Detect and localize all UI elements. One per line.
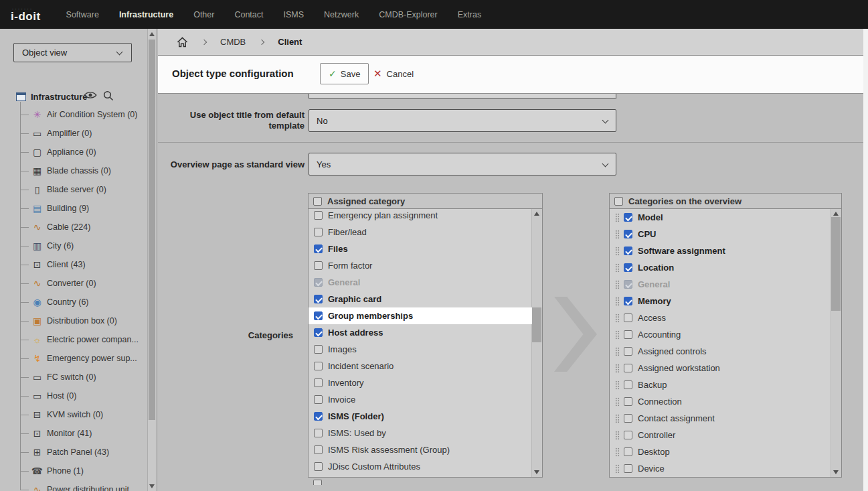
checkbox[interactable] [314,412,323,421]
category-row[interactable]: Device [610,460,831,477]
category-row[interactable]: Emergency plan assignment [309,209,533,224]
select-all-checkbox[interactable] [614,197,623,206]
drag-handle-icon[interactable] [615,431,620,440]
scroll-down-icon[interactable] [149,484,155,488]
sidebar-tree-item[interactable]: ▯ Blade server (0) [0,180,147,199]
nav-item[interactable]: Software [66,10,99,19]
sidebar-tree-item[interactable]: ⊡ Client (43) [0,255,147,274]
home-icon[interactable] [177,37,188,48]
drag-handle-icon[interactable] [615,213,620,222]
assigned-scrollbar-thumb[interactable] [532,307,541,342]
scroll-up-icon[interactable] [149,32,155,36]
checkbox[interactable] [624,347,632,356]
drag-handle-icon[interactable] [615,347,620,356]
sidebar-tree-item[interactable]: ▭ FC switch (0) [0,368,147,387]
drag-handle-icon[interactable] [615,247,620,256]
category-row[interactable]: Assigned workstation [610,360,831,376]
drag-handle-icon[interactable] [615,464,620,474]
category-row[interactable]: Form factor [309,257,533,274]
sidebar-tree-item[interactable]: ▦ Blade chassis (0) [0,161,147,180]
checkbox[interactable] [624,213,632,222]
sidebar-tree-item[interactable]: ∿ Converter (0) [0,274,147,293]
page-scrollbar-track[interactable] [863,29,868,491]
drag-handle-icon[interactable] [615,447,620,457]
category-row[interactable]: Controller [610,427,831,443]
checkbox[interactable] [314,211,323,220]
drag-handle-icon[interactable] [615,414,620,423]
checkbox[interactable] [624,447,632,456]
nav-item[interactable]: Other [193,10,214,19]
category-row[interactable]: Accounting [610,326,831,343]
nav-item[interactable]: ISMS [284,10,305,19]
object-view-select[interactable]: Object view [13,43,132,62]
sidebar-tree-item[interactable]: ⊞ Patch Panel (43) [0,443,147,462]
category-row[interactable]: Graphic card [309,291,533,307]
checkbox[interactable] [624,247,632,255]
checkbox[interactable] [624,464,632,473]
category-row[interactable]: Software assignment [610,242,831,259]
category-row[interactable]: Files [309,240,533,257]
scroll-up-icon[interactable] [534,212,539,216]
drag-handle-icon[interactable] [615,297,620,306]
sidebar-tree-item[interactable]: ▢ Appliance (0) [0,143,147,161]
category-row[interactable]: Group memberships [309,307,533,324]
search-icon[interactable] [103,90,114,101]
category-row[interactable]: JDisc Custom Attributes [309,458,533,475]
category-row[interactable]: Assigned controls [610,343,831,360]
overview-standard-view-select[interactable]: Yes [309,153,616,176]
sidebar-tree-item[interactable]: ↯ Emergency power sup... [0,349,147,368]
checkbox[interactable] [314,462,323,471]
sidebar-tree-item[interactable]: ☼ Electric power compan... [0,330,147,349]
category-row[interactable]: General [309,274,533,291]
checkbox[interactable] [314,395,323,404]
checkbox[interactable] [314,362,323,370]
checkbox[interactable] [624,380,632,389]
drag-handle-icon[interactable] [615,230,620,239]
sidebar-tree-item[interactable]: ⊡ Monitor (41) [0,424,147,443]
eye-icon[interactable] [84,90,97,100]
checkbox[interactable] [314,345,323,354]
scroll-down-icon[interactable] [534,470,539,474]
checkbox[interactable] [624,414,632,423]
category-row[interactable]: Location [610,259,831,276]
drag-handle-icon[interactable] [615,280,620,289]
save-button[interactable]: ✓ Save [320,63,369,84]
sidebar-tree-item[interactable]: ▭ Amplifier (0) [0,124,147,143]
category-row[interactable]: Contact assignment [610,410,831,427]
category-row[interactable]: Incident scenario [309,358,533,374]
category-row[interactable]: Access [610,309,831,326]
category-row[interactable]: Model [610,209,831,226]
clipped-select-above[interactable] [309,94,616,99]
checkbox[interactable] [314,445,323,454]
category-row[interactable]: Backup [610,376,831,393]
drag-handle-icon[interactable] [615,263,620,273]
category-row[interactable]: CPU [610,226,831,242]
overview-scrollbar-thumb[interactable] [831,217,841,311]
category-row[interactable]: ISMS (Folder) [309,408,533,425]
sidebar-tree-item[interactable]: ◉ Country (6) [0,293,147,311]
sidebar-scrollbar-thumb[interactable] [149,40,155,420]
cancel-button[interactable]: ✕ Cancel [373,63,414,84]
checkbox[interactable] [314,244,323,253]
sidebar-tree-item[interactable]: ▤ Building (9) [0,199,147,218]
checkbox[interactable] [624,280,632,289]
checkbox[interactable] [314,311,323,320]
category-row[interactable]: Connection [610,393,831,410]
category-row[interactable]: Fiber/lead [309,224,533,240]
checkbox[interactable] [624,313,632,322]
checkbox[interactable] [314,378,323,387]
category-row[interactable]: Inventory [309,374,533,391]
sidebar-tree-item[interactable]: ▭ Host (0) [0,387,147,405]
nav-item[interactable]: Extras [458,10,481,19]
checkbox[interactable] [624,330,632,339]
checkbox[interactable] [314,278,323,287]
drag-handle-icon[interactable] [615,364,620,373]
object-title-template-select[interactable]: No [309,109,616,132]
checkbox[interactable] [314,429,323,437]
category-row[interactable]: ISMS Risk assessment (Group) [309,441,533,458]
nav-item[interactable]: Contact [234,10,263,19]
drag-handle-icon[interactable] [615,397,620,407]
nav-item[interactable]: Infrastructure [119,10,173,19]
checkbox[interactable] [624,364,632,372]
breadcrumb-cmdb[interactable]: CMDB [220,37,246,47]
